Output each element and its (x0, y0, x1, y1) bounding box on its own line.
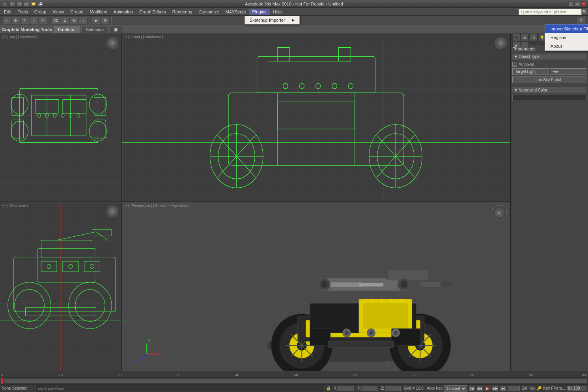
tool-snap-angle[interactable]: ∠ (61, 17, 69, 24)
menu-animation[interactable]: Animation (110, 9, 136, 15)
tool-ref[interactable]: ◎ (39, 17, 47, 24)
play-btn[interactable]: ▶ (484, 386, 491, 391)
menu-tools[interactable]: Tools (15, 9, 31, 15)
scrubber-handle[interactable] (1, 378, 3, 384)
vp-perspective-nav-widget[interactable]: P (492, 205, 507, 220)
selected-dropdown[interactable]: Selected (444, 385, 467, 392)
scrubber-track[interactable] (4, 379, 587, 383)
viewport-left-wireframe[interactable]: [+] [ Wireframe ] (0, 202, 122, 371)
submenu-import-sketchup-file[interactable]: Import Sketchup File (545, 24, 588, 33)
autogrid-field: AutoGrid (512, 62, 586, 67)
vp-bottomleft-canvas (0, 202, 121, 371)
x-input[interactable] (338, 386, 354, 391)
maximize-btn[interactable]: □ (575, 1, 580, 7)
tool-select[interactable]: ↖ (2, 17, 11, 24)
graphite-tab-freeform[interactable]: Freeform (54, 26, 80, 33)
submenu-arrow-icon: ▶ (292, 18, 295, 22)
graphite-tab-modeling[interactable]: ▣ (110, 26, 122, 33)
target-light-btn[interactable]: Target Light (512, 68, 549, 75)
plugins-dropdown: Sketchup Importer ▶ Import Sketchup File… (245, 16, 300, 24)
timeline-num-70: 70 (412, 373, 416, 377)
vp-topright-nav-widget[interactable]: F (495, 37, 507, 49)
svg-rect-140 (363, 303, 408, 329)
tool-snap-spinner[interactable]: ↕ (79, 17, 88, 24)
start-time-input[interactable] (567, 386, 586, 391)
graphite-tab-selection[interactable]: Selection (82, 26, 108, 33)
open-btn[interactable]: 📁 (31, 1, 36, 7)
tool-help[interactable]: ? (577, 17, 585, 24)
viewport-perspective[interactable]: [+] [ Perspective ] [ Smooth + Highlight… (122, 202, 510, 371)
status-bar: None Selected skp:ImportMacro 🔒 X: Y: Z:… (0, 384, 588, 392)
name-color-header[interactable]: ▼ Name and Color (512, 87, 586, 93)
z-input[interactable] (385, 386, 401, 391)
key-icon: 🔑 (537, 386, 541, 390)
vp-bottomleft-nav-widget[interactable]: L (106, 205, 118, 217)
prev-key-btn[interactable]: ◀◀ (476, 386, 483, 391)
timeline-num-0: 0 (1, 373, 3, 377)
name-color-content (512, 93, 586, 103)
undo-btn[interactable]: ↩ (9, 1, 15, 7)
close-btn[interactable]: ✕ (581, 1, 586, 7)
lock-btn: 🔒 (326, 386, 331, 390)
timeline-num-80: 80 (470, 373, 474, 377)
next-frame-btn[interactable]: ▶| (500, 386, 506, 391)
menu-modifiers[interactable]: Modifiers (86, 9, 110, 15)
menu-views[interactable]: Views (49, 9, 67, 15)
tool-render-setup[interactable]: ⚙ (101, 17, 110, 24)
new-btn[interactable]: □ (24, 1, 29, 7)
submenu-about[interactable]: About (545, 42, 588, 50)
search-input[interactable] (519, 9, 582, 15)
modeling-icon: ▣ (114, 27, 118, 32)
menu-graph-editors[interactable]: Graph Editors (136, 9, 169, 15)
tool-scale[interactable]: ⤢ (30, 17, 38, 24)
vp-topleft-nav-widget[interactable]: T (106, 37, 118, 49)
mr-sky-portal-btn[interactable]: mr Sky Portal (512, 77, 586, 83)
tool-snap-percent[interactable]: % (70, 17, 78, 24)
submenu-register[interactable]: Register (545, 33, 588, 42)
vp-topleft-canvas (0, 34, 121, 202)
name-collapse-icon: ▼ (514, 88, 518, 92)
menu-create[interactable]: Create (67, 9, 86, 15)
timeline-num-20: 20 (118, 373, 121, 377)
bottom-area: 0 10 20 30 40 50 60 70 80 90 100 None Se… (0, 371, 588, 392)
svg-rect-157 (329, 341, 394, 347)
dropdown-sketchup-importer[interactable]: Sketchup Importer ▶ (245, 16, 299, 24)
menu-maxscript[interactable]: MAXScript (222, 9, 249, 15)
timeline-num-30: 30 (176, 373, 180, 377)
autogrid-checkbox[interactable] (512, 62, 517, 67)
timeline-num-100: 100 (581, 373, 587, 377)
menu-plugins[interactable]: Plugins (249, 9, 270, 15)
menu-edit[interactable]: Edit (1, 9, 15, 15)
frame-input-field (508, 386, 520, 391)
center-wrapper: [+] [ Top ] [ Wireframe ] (0, 34, 588, 371)
menu-rendering[interactable]: Rendering (169, 9, 196, 15)
menu-help[interactable]: Help (270, 9, 285, 15)
tool-rotate[interactable]: ↻ (21, 17, 29, 24)
sidebar-btn-1[interactable]: ⬛ (512, 34, 520, 41)
next-key-btn[interactable]: ▶▶ (492, 386, 498, 391)
sidebar-btn-3[interactable]: ⚙ (530, 34, 538, 41)
name-color-input[interactable] (512, 95, 586, 101)
tool-move[interactable]: ✥ (11, 17, 20, 24)
sketchup-submenu: Import Sketchup File Register About (545, 24, 588, 51)
y-input[interactable] (362, 386, 377, 391)
viewport-top-wireframe[interactable]: [+] [ Top ] [ Wireframe ] (0, 34, 122, 202)
svg-text:X: X (158, 351, 161, 356)
menu-customize[interactable]: Customize (196, 9, 222, 15)
sidebar-btn-2[interactable]: ▦ (521, 34, 529, 41)
title-bar: ⚙ ↩ ↪ □ 📁 💾 Autodesk 3ds Max 2010 - Not … (0, 0, 588, 8)
search-button[interactable]: 🔍 (582, 9, 587, 15)
prev-frame-btn[interactable]: |◀ (469, 386, 475, 391)
fre-btn[interactable]: Fre (550, 68, 586, 75)
object-type-header[interactable]: ▼ Object Type (512, 54, 586, 60)
tool-render[interactable]: ▶ (92, 17, 101, 24)
save-btn[interactable]: 💾 (38, 1, 43, 7)
minimize-btn[interactable]: _ (568, 1, 574, 7)
tool-snap3d[interactable]: 3D (52, 17, 60, 24)
redo-btn[interactable]: ↪ (17, 1, 22, 7)
graphite-label: Graphite Modeling Tools (2, 27, 52, 32)
frame-input[interactable] (508, 386, 520, 391)
viewport-front-wireframe[interactable]: [+] [ Front ] [ Wireframe ] (122, 34, 510, 202)
menu-group[interactable]: Group (31, 9, 50, 15)
none-selected: None Selected (2, 386, 33, 390)
